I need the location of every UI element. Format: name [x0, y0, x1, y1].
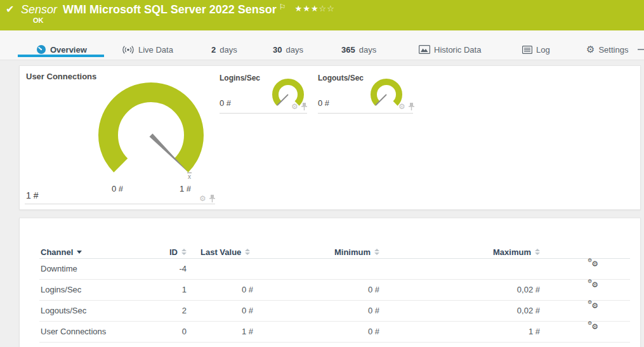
active-tab-indicator	[18, 55, 104, 57]
priority-stars[interactable]: ★★★☆☆	[295, 4, 335, 13]
channel-id: 0	[122, 321, 187, 342]
gear-icon[interactable]: ⚙	[291, 103, 298, 110]
gauge-scale-min: 0 #	[112, 184, 123, 193]
tab-overview[interactable]: Overview	[36, 44, 87, 55]
tab-log-label: Log	[536, 45, 550, 55]
sort-desc-caret-icon	[77, 251, 82, 254]
table-row-logouts-sec[interactable]: Logouts/Sec 2 0 # 0 # 0,02 # ⚙⚙	[39, 300, 630, 322]
column-header-minimum-label: Minimum	[334, 247, 371, 257]
logouts-gauge-arc	[374, 82, 399, 103]
gauge-divider	[220, 113, 307, 114]
table-row-logins-sec[interactable]: Logins/Sec 1 0 # 0 # 0,02 # ⚙⚙	[39, 279, 630, 301]
tab-historic-data[interactable]: Historic Data	[419, 44, 481, 55]
table-row-user-connections[interactable]: User Connections 0 1 # 0 # 1 # ⚙⚙	[39, 321, 630, 343]
channels-table-panel: Channel ID Last Value Minimum Maximum Do…	[19, 218, 641, 347]
channel-last-value: 0 #	[192, 279, 253, 300]
column-header-channel[interactable]: Channel	[41, 247, 82, 257]
double-gear-icon[interactable]: ⚙⚙	[588, 300, 598, 310]
channel-name[interactable]: User Connections	[41, 321, 106, 342]
channel-name[interactable]: Downtime	[41, 258, 77, 279]
column-header-maximum[interactable]: Maximum	[471, 247, 540, 257]
tab-2-days[interactable]: 2 days	[211, 44, 237, 55]
column-header-id-label: ID	[169, 247, 178, 257]
status-badge: OK	[33, 16, 44, 24]
user-connections-current-value: 1 #	[26, 190, 38, 200]
tab-365-days[interactable]: 365 days	[341, 44, 376, 55]
tab-365-days-unit: days	[359, 45, 376, 55]
gauges-panel: User Connections 0 # 1 # x 1 # ⚙ Logins/…	[19, 65, 641, 210]
channel-minimum: 0 #	[312, 300, 379, 321]
channel-name[interactable]: Logins/Sec	[41, 279, 81, 300]
broadcast-icon	[122, 45, 135, 55]
page-title: WMI Microsoft SQL Server 2022 Sensor	[63, 3, 277, 17]
gauge-icon	[36, 44, 46, 55]
double-gear-icon[interactable]: ⚙⚙	[588, 279, 598, 289]
cut-off-element	[638, 49, 644, 50]
gauge-divider	[318, 113, 413, 114]
tab-2-days-unit: days	[220, 45, 237, 55]
gear-icon[interactable]: ⚙	[199, 195, 206, 202]
sort-arrows-icon	[245, 249, 250, 255]
logins-gauge-title: Logins/Sec	[220, 74, 260, 82]
channel-maximum: 1 #	[471, 321, 540, 342]
channel-maximum: 0,02 #	[471, 300, 540, 321]
pin-icon[interactable]	[301, 103, 307, 110]
channel-maximum: 0,02 #	[471, 279, 540, 300]
tab-settings[interactable]: ⚙ Settings	[586, 44, 628, 55]
tab-bar: Overview Live Data 2 days 30 days 365 da…	[0, 30, 644, 60]
gauge-divider	[25, 204, 215, 204]
pin-icon[interactable]	[409, 103, 414, 110]
tab-30-days-number: 30	[273, 45, 282, 55]
tab-historic-data-label: Historic Data	[434, 45, 481, 55]
tab-2-days-number: 2	[211, 45, 216, 55]
channel-minimum: 0 #	[312, 321, 379, 342]
user-connections-gauge-arc	[108, 92, 194, 165]
sort-arrows-icon	[181, 249, 187, 255]
gauge-scale-max: 1 #	[180, 184, 191, 193]
channel-name[interactable]: Logouts/Sec	[41, 300, 86, 321]
double-gear-icon[interactable]: ⚙⚙	[588, 258, 598, 268]
gauge-average-marker: x	[187, 173, 192, 180]
channel-id: -4	[122, 258, 187, 279]
status-ok-check-icon: ✔	[6, 3, 14, 15]
logouts-current-value: 0 #	[318, 98, 329, 108]
channel-minimum: 0 #	[312, 279, 379, 300]
sort-arrows-icon	[374, 249, 379, 255]
double-gear-icon[interactable]: ⚙⚙	[588, 321, 598, 331]
gear-icon[interactable]: ⚙	[398, 103, 405, 110]
column-header-last-value-label: Last Value	[200, 247, 241, 257]
channel-last-value: 0 #	[192, 300, 253, 321]
user-connections-gauge-title: User Connections	[26, 72, 96, 81]
tab-live-data[interactable]: Live Data	[122, 44, 173, 55]
table-row-downtime[interactable]: Downtime -4 ⚙⚙	[39, 258, 630, 280]
logouts-gauge-title: Logouts/Sec	[318, 74, 364, 82]
tab-30-days[interactable]: 30 days	[273, 44, 303, 55]
star-filled-icons[interactable]: ★★★	[295, 4, 319, 13]
column-header-channel-label: Channel	[41, 247, 73, 257]
historic-chart-icon	[419, 45, 430, 54]
star-empty-icons[interactable]: ☆☆	[319, 4, 335, 13]
log-list-icon	[522, 46, 532, 54]
logins-gauge-actions[interactable]: ⚙	[291, 103, 307, 110]
flag-icon[interactable]: ⚐	[279, 3, 286, 11]
tab-settings-label: Settings	[598, 45, 628, 55]
sensor-header: ✔ Sensor WMI Microsoft SQL Server 2022 S…	[0, 0, 644, 30]
column-header-minimum[interactable]: Minimum	[312, 247, 379, 257]
sort-arrows-icon	[535, 249, 540, 255]
gear-icon: ⚙	[586, 45, 595, 55]
logins-current-value: 0 #	[220, 98, 231, 108]
pin-icon[interactable]	[209, 195, 215, 202]
column-header-last-value[interactable]: Last Value	[200, 247, 250, 257]
logouts-gauge-actions[interactable]: ⚙	[398, 103, 414, 110]
tab-overview-label: Overview	[50, 45, 87, 55]
tab-365-days-number: 365	[341, 45, 355, 55]
user-connections-gauge-actions[interactable]: ⚙	[199, 195, 215, 202]
channel-id: 2	[122, 300, 187, 321]
tab-30-days-unit: days	[286, 45, 303, 55]
tab-log[interactable]: Log	[522, 44, 550, 55]
channel-last-value: 1 #	[192, 321, 253, 342]
sensor-title-line: Sensor WMI Microsoft SQL Server 2022 Sen…	[21, 3, 335, 17]
prtg-sensor-page: ✔ Sensor WMI Microsoft SQL Server 2022 S…	[0, 0, 644, 347]
column-header-id[interactable]: ID	[122, 247, 187, 257]
channel-id: 1	[122, 279, 187, 300]
